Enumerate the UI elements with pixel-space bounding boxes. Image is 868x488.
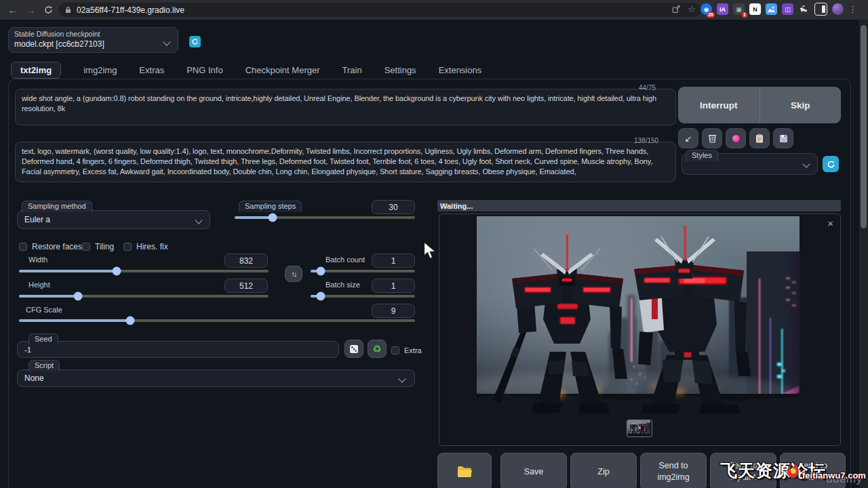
trash-icon: [708, 134, 717, 143]
camera-extension-icon[interactable]: ▣1: [733, 3, 745, 15]
tab-txt2img[interactable]: txt2img: [11, 62, 61, 79]
batch-count-slider[interactable]: [311, 270, 415, 272]
progress-bar: Waiting...: [437, 200, 841, 211]
tab-train[interactable]: Train: [342, 65, 362, 75]
sidebar-extension-icon[interactable]: [814, 3, 827, 16]
tab-img2img[interactable]: img2img: [83, 65, 117, 75]
refresh-icon[interactable]: [41, 2, 56, 17]
chrome-menu-icon[interactable]: ⋮: [848, 4, 857, 14]
back-icon[interactable]: ←: [5, 2, 20, 17]
batch-size-slider[interactable]: [311, 295, 415, 298]
hires-fix-label: Hires. fix: [136, 242, 168, 251]
paste-params-button[interactable]: ↙: [678, 128, 698, 148]
chevron-down-icon: [398, 375, 406, 382]
open-folder-button[interactable]: [437, 453, 492, 488]
save-style-button[interactable]: [773, 128, 793, 148]
gallery-thumbnail[interactable]: [627, 420, 652, 437]
height-input[interactable]: 512: [224, 279, 268, 293]
prompt-input[interactable]: wide shot angle, a (gundam:0.8) robot st…: [15, 89, 676, 125]
height-label: Height: [28, 281, 50, 289]
script-value: None: [24, 373, 44, 383]
sampling-method-value: Euler a: [24, 215, 50, 224]
purple-extension-icon[interactable]: ◫: [782, 3, 793, 15]
script-select[interactable]: None: [17, 369, 415, 387]
clipboard-icon: [755, 134, 764, 143]
chevron-down-icon: [802, 160, 810, 167]
seed-label: Seed: [28, 333, 58, 345]
checkbox-icon: [123, 243, 132, 251]
clear-prompt-button[interactable]: [702, 128, 722, 148]
main-tabs: txt2img img2img Extras PNG Info Checkpoi…: [11, 61, 481, 79]
ia-extension-icon[interactable]: IA: [717, 3, 728, 15]
notion-extension-icon[interactable]: N: [749, 3, 761, 15]
random-seed-button[interactable]: [344, 340, 363, 358]
tiling-checkbox[interactable]: Tiling: [82, 240, 114, 252]
extension-icons: ◉20 IA ▣1 N ◫ ⋮: [701, 3, 857, 16]
extensions-puzzle-icon[interactable]: [798, 3, 810, 15]
pin-extension-icon[interactable]: ◉20: [701, 3, 712, 15]
tab-png-info[interactable]: PNG Info: [186, 65, 222, 75]
flame-icon: [783, 461, 801, 479]
watermark-domain: feitianwu7.com: [802, 470, 866, 481]
tab-settings[interactable]: Settings: [384, 65, 416, 75]
tab-checkpoint-merger[interactable]: Checkpoint Merger: [245, 65, 320, 75]
forward-icon[interactable]: →: [23, 2, 38, 17]
profile-avatar[interactable]: [832, 3, 844, 15]
checkpoint-value[interactable]: model.ckpt [cc6cb27103]: [14, 39, 104, 49]
seed-extra-label: Extra: [404, 346, 422, 354]
skip-button[interactable]: Skip: [760, 87, 842, 123]
styles-label: Styles: [686, 150, 718, 161]
url-text: 02a56ff4-71ff-439e.gradio.live: [77, 5, 184, 15]
reuse-seed-button[interactable]: ♻: [368, 340, 387, 358]
negative-prompt-input[interactable]: text, logo, watermark, (worst quality, l…: [15, 142, 676, 182]
width-input[interactable]: 832: [224, 253, 268, 268]
tiling-label: Tiling: [95, 242, 114, 251]
scrollbar-thumb[interactable]: [861, 25, 867, 228]
floppy-save-icon: [779, 134, 788, 143]
sampling-steps-input[interactable]: 30: [372, 200, 415, 214]
generated-image[interactable]: [477, 216, 800, 414]
tab-extras[interactable]: Extras: [139, 65, 164, 75]
recycle-icon: ♻: [372, 343, 381, 355]
image-extension-icon[interactable]: [766, 3, 777, 15]
paste-arrow-icon: ↙: [685, 134, 692, 144]
save-button[interactable]: Save: [500, 453, 567, 488]
close-icon[interactable]: ×: [827, 218, 833, 228]
cfg-scale-slider[interactable]: [19, 319, 415, 322]
tab-extensions[interactable]: Extensions: [439, 65, 482, 75]
batch-size-input[interactable]: 1: [372, 279, 415, 293]
share-icon[interactable]: [671, 5, 681, 14]
page-scrollbar[interactable]: [859, 20, 868, 488]
seed-extra-checkbox[interactable]: Extra: [391, 344, 422, 356]
hires-fix-checkbox[interactable]: Hires. fix: [123, 240, 168, 252]
padlock-icon: [65, 6, 71, 14]
bookmark-star-icon[interactable]: ☆: [688, 4, 696, 14]
cfg-scale-label: CFG Scale: [26, 306, 62, 314]
mouse-cursor: [423, 241, 437, 260]
url-bar[interactable]: 02a56ff4-71ff-439e.gradio.live ☆: [58, 3, 701, 17]
width-slider[interactable]: [19, 270, 269, 272]
height-slider[interactable]: [19, 295, 269, 298]
zip-button[interactable]: Zip: [570, 453, 637, 488]
send-to-img2img-button[interactable]: Send to img2img: [640, 453, 707, 488]
apply-style-button[interactable]: [749, 128, 770, 148]
folder-icon: [457, 466, 472, 478]
extra-networks-button[interactable]: [726, 128, 746, 148]
restore-faces-checkbox[interactable]: Restore faces: [19, 240, 82, 252]
seed-value: -1: [24, 346, 31, 354]
seed-input[interactable]: -1: [17, 341, 339, 358]
result-gallery: ×: [439, 214, 841, 446]
script-label: Script: [28, 360, 60, 371]
checkbox-icon: [82, 243, 90, 251]
styles-refresh-button[interactable]: [823, 156, 839, 172]
browser-toolbar: ← → 02a56ff4-71ff-439e.gradio.live ☆ ◉20…: [0, 0, 868, 20]
sampling-method-select[interactable]: Euler a: [17, 210, 210, 229]
batch-count-input[interactable]: 1: [372, 253, 415, 268]
swap-dimensions-button[interactable]: ↑↓: [285, 266, 302, 282]
interrupt-button[interactable]: Interrupt: [678, 87, 760, 123]
checkbox-icon: [19, 243, 27, 251]
sampling-steps-slider[interactable]: [235, 216, 415, 219]
checkbox-icon: [391, 346, 399, 354]
checkpoint-refresh-button[interactable]: [189, 36, 201, 47]
cfg-scale-input[interactable]: 9: [372, 304, 415, 318]
